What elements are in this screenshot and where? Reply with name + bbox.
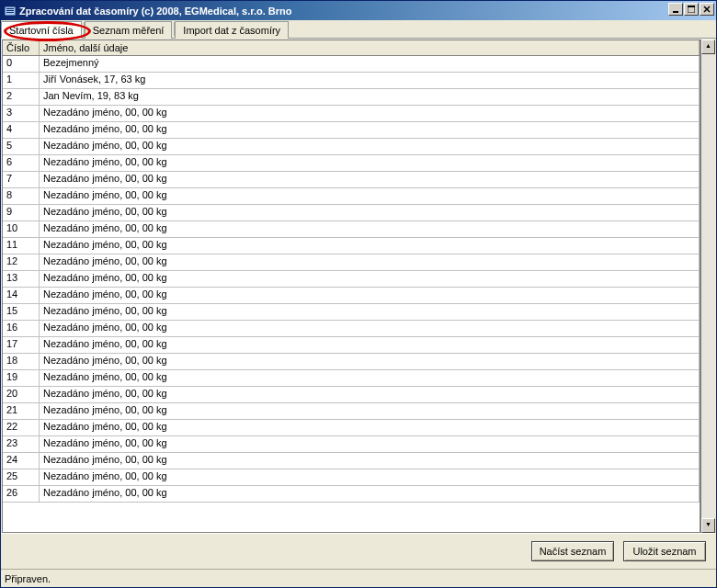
cell-name[interactable]: Nezadáno jméno, 00, 00 kg [40,403,700,419]
cell-number[interactable]: 9 [3,205,40,220]
data-grid[interactable]: Číslo Jméno, další údaje 0Bezejmenný1Jiř… [2,40,700,533]
table-row[interactable]: 13Nezadáno jméno, 00, 00 kg [3,271,700,288]
table-row[interactable]: 20Nezadáno jméno, 00, 00 kg [3,387,700,403]
cell-number[interactable]: 18 [3,354,40,369]
cell-name[interactable]: Nezadáno jméno, 00, 00 kg [40,288,700,303]
cell-name[interactable]: Nezadáno jméno, 00, 00 kg [40,172,700,187]
tab-1[interactable]: Seznam měření [85,21,173,39]
button-bar: Načíst seznam Uložit seznam [2,533,715,568]
minimize-button[interactable] [668,3,683,16]
load-list-button[interactable]: Načíst seznam [531,541,614,561]
cell-number[interactable]: 8 [3,188,40,204]
cell-name[interactable]: Nezadáno jméno, 00, 00 kg [40,205,700,220]
cell-number[interactable]: 19 [3,370,40,386]
cell-number[interactable]: 1 [3,73,40,88]
table-row[interactable]: 9Nezadáno jméno, 00, 00 kg [3,205,700,221]
table-row[interactable]: 19Nezadáno jméno, 00, 00 kg [3,370,700,387]
table-row[interactable]: 6Nezadáno jméno, 00, 00 kg [3,155,700,172]
cell-number[interactable]: 21 [3,403,40,419]
cell-number[interactable]: 13 [3,271,40,287]
close-button[interactable] [700,3,714,16]
table-row[interactable]: 3Nezadáno jméno, 00, 00 kg [3,106,700,122]
cell-name[interactable]: Nezadáno jméno, 00, 00 kg [40,486,700,502]
cell-number[interactable]: 7 [3,172,40,187]
cell-number[interactable]: 2 [3,89,40,105]
table-row[interactable]: 4Nezadáno jméno, 00, 00 kg [3,122,700,139]
svg-rect-6 [688,6,695,7]
cell-name[interactable]: Nezadáno jméno, 00, 00 kg [40,420,700,435]
table-row[interactable]: 22Nezadáno jméno, 00, 00 kg [3,420,700,436]
table-row[interactable]: 8Nezadáno jméno, 00, 00 kg [3,188,700,205]
cell-number[interactable]: 25 [3,469,40,485]
table-row[interactable]: 11Nezadáno jméno, 00, 00 kg [3,238,700,254]
cell-number[interactable]: 23 [3,436,40,452]
cell-name[interactable]: Jan Nevím, 19, 83 kg [40,89,700,105]
table-row[interactable]: 24Nezadáno jméno, 00, 00 kg [3,453,700,469]
table-row[interactable]: 25Nezadáno jméno, 00, 00 kg [3,469,700,486]
cell-number[interactable]: 11 [3,238,40,254]
cell-number[interactable]: 26 [3,486,40,502]
cell-number[interactable]: 17 [3,337,40,353]
table-row[interactable]: 1Jiří Vonásek, 17, 63 kg [3,73,700,89]
table-row[interactable]: 16Nezadáno jméno, 00, 00 kg [3,321,700,337]
cell-number[interactable]: 10 [3,221,40,237]
cell-number[interactable]: 16 [3,321,40,336]
cell-number[interactable]: 0 [3,56,40,72]
table-row[interactable]: 26Nezadáno jméno, 00, 00 kg [3,486,700,503]
table-row[interactable]: 0Bezejmenný [3,56,700,73]
cell-name[interactable]: Nezadáno jméno, 00, 00 kg [40,321,700,336]
table-row[interactable]: 7Nezadáno jméno, 00, 00 kg [3,172,700,188]
cell-number[interactable]: 3 [3,106,40,121]
cell-name[interactable]: Nezadáno jméno, 00, 00 kg [40,354,700,369]
save-list-button[interactable]: Uložit seznam [623,541,706,561]
cell-number[interactable]: 14 [3,288,40,303]
table-row[interactable]: 2Jan Nevím, 19, 83 kg [3,89,700,106]
cell-number[interactable]: 24 [3,453,40,469]
cell-name[interactable]: Nezadáno jméno, 00, 00 kg [40,155,700,171]
table-row[interactable]: 12Nezadáno jméno, 00, 00 kg [3,254,700,271]
cell-name[interactable]: Nezadáno jméno, 00, 00 kg [40,453,700,469]
cell-name[interactable]: Nezadáno jméno, 00, 00 kg [40,106,700,121]
cell-name[interactable]: Nezadáno jméno, 00, 00 kg [40,337,700,353]
cell-name[interactable]: Nezadáno jméno, 00, 00 kg [40,387,700,402]
scroll-up-button[interactable]: ▲ [701,40,715,54]
cell-name[interactable]: Nezadáno jméno, 00, 00 kg [40,139,700,154]
scroll-track[interactable] [701,54,715,518]
cell-number[interactable]: 12 [3,254,40,270]
table-row[interactable]: 17Nezadáno jméno, 00, 00 kg [3,337,700,354]
cell-name[interactable]: Jiří Vonásek, 17, 63 kg [40,73,700,88]
cell-name[interactable]: Nezadáno jméno, 00, 00 kg [40,254,700,270]
table-row[interactable]: 18Nezadáno jméno, 00, 00 kg [3,354,700,370]
cell-name[interactable]: Nezadáno jméno, 00, 00 kg [40,122,700,138]
cell-name[interactable]: Bezejmenný [40,56,700,72]
cell-name[interactable]: Nezadáno jméno, 00, 00 kg [40,469,700,485]
table-row[interactable]: 21Nezadáno jméno, 00, 00 kg [3,403,700,420]
cell-number[interactable]: 5 [3,139,40,154]
cell-name[interactable]: Nezadáno jméno, 00, 00 kg [40,304,700,320]
table-row[interactable]: 5Nezadáno jméno, 00, 00 kg [3,139,700,155]
tab-0[interactable]: Startovní čísla [1,21,82,39]
column-header-number[interactable]: Číslo [3,40,40,55]
maximize-button[interactable] [684,3,699,16]
column-header-name[interactable]: Jméno, další údaje [40,40,700,55]
tab-2[interactable]: Import dat z časomíry [175,21,289,39]
cell-name[interactable]: Nezadáno jméno, 00, 00 kg [40,271,700,287]
table-row[interactable]: 10Nezadáno jméno, 00, 00 kg [3,221,700,238]
svg-rect-3 [6,12,14,13]
cell-name[interactable]: Nezadáno jméno, 00, 00 kg [40,188,700,204]
table-row[interactable]: 15Nezadáno jméno, 00, 00 kg [3,304,700,321]
vertical-scrollbar[interactable]: ▲ ▼ [700,40,715,533]
table-row[interactable]: 23Nezadáno jméno, 00, 00 kg [3,436,700,453]
cell-number[interactable]: 20 [3,387,40,402]
scroll-down-button[interactable]: ▼ [701,518,715,533]
cell-number[interactable]: 22 [3,420,40,435]
cell-name[interactable]: Nezadáno jméno, 00, 00 kg [40,221,700,237]
cell-number[interactable]: 6 [3,155,40,171]
table-row[interactable]: 14Nezadáno jméno, 00, 00 kg [3,288,700,304]
cell-number[interactable]: 15 [3,304,40,320]
cell-name[interactable]: Nezadáno jméno, 00, 00 kg [40,436,700,452]
cell-name[interactable]: Nezadáno jméno, 00, 00 kg [40,370,700,386]
cell-number[interactable]: 4 [3,122,40,138]
grid-body[interactable]: 0Bezejmenný1Jiří Vonásek, 17, 63 kg2Jan … [3,56,700,532]
cell-name[interactable]: Nezadáno jméno, 00, 00 kg [40,238,700,254]
